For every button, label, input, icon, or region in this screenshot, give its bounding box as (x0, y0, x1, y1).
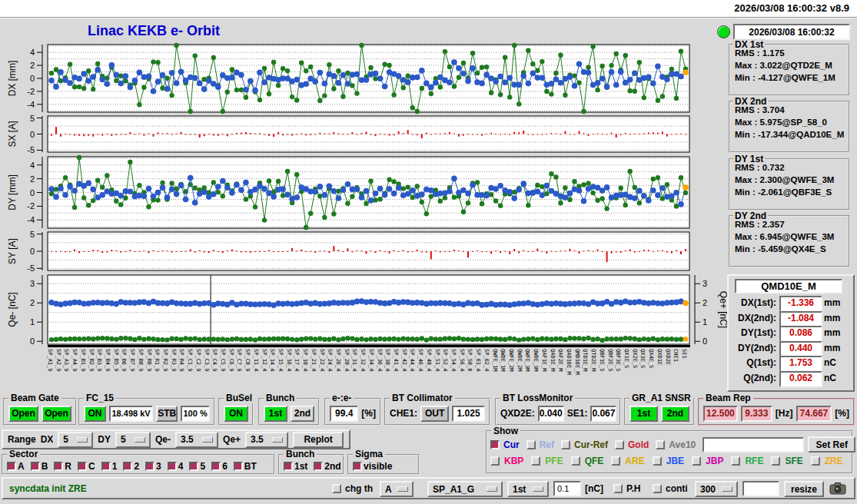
stat-value: 2.300@QWFE_3M (760, 175, 835, 184)
sector-checkbox-4[interactable] (168, 462, 177, 471)
stat-value: 5.975@SP_58_0 (760, 118, 827, 127)
sp-value: SP_A1_G (433, 484, 474, 495)
show-label: Cur-Ref (574, 439, 608, 450)
bpm-x-label: SP_26_4 (335, 349, 341, 372)
bpm-x-label: QWFE_2M (508, 349, 514, 372)
range-label: Range (8, 434, 36, 445)
sp-select[interactable]: SP_A1_G (427, 481, 503, 497)
bpm-x-label: SP_C1_9 (187, 349, 193, 372)
chart-q[interactable]: 0123Qe- [nC]0123Qe+ [nC] (0, 269, 726, 350)
bpm-x-label: SP_A4_9 (71, 349, 78, 372)
sector-checkbox-2[interactable] (123, 462, 132, 471)
gr-a1-2nd-button[interactable]: 2nd (661, 406, 689, 422)
show-checkbox-gold[interactable] (615, 440, 624, 449)
stat-value: -4.127@QWFE_1M (758, 73, 835, 82)
replot-button[interactable]: Replot (293, 432, 344, 448)
sector-checkbox-a[interactable] (7, 462, 16, 471)
resize-button[interactable]: resize (784, 481, 824, 497)
bpm-x-label: SP_17_4 (294, 349, 300, 372)
beam-gate-group: Beam Gate Open Open (3, 398, 77, 426)
navg-select[interactable]: 300 (695, 481, 738, 497)
show-checkbox-cur-ref[interactable] (561, 440, 570, 449)
bunch-2nd-button[interactable]: 2nd (291, 406, 314, 422)
status-bar: syncdata init ZRE chg th A SP_A1_G 1st [… (2, 477, 855, 499)
sector-checkbox-bt[interactable] (234, 462, 243, 471)
sector-checkbox-r[interactable] (54, 462, 63, 471)
sigma-checkbox-visible[interactable] (353, 462, 362, 471)
show-checkbox-are[interactable] (611, 456, 620, 466)
sector-checkbox-b[interactable] (31, 462, 40, 471)
show-checkbox-pfe[interactable] (531, 456, 540, 466)
ref-name-input[interactable] (703, 437, 804, 453)
show-checkbox-rfe[interactable] (731, 456, 740, 466)
show-checkbox-qfe[interactable] (571, 456, 580, 466)
selected-bpm-name: QMD10E_M (735, 279, 842, 293)
range-dx-select[interactable]: 5 (58, 432, 93, 448)
svg-text:2: 2 (703, 298, 707, 307)
beam-rep-title: Beam Rep (703, 393, 753, 403)
bunch-select-label: 2nd (324, 461, 340, 472)
show-checkbox-jbe[interactable] (653, 456, 662, 466)
beam-gate-open2-button[interactable]: Open (42, 406, 71, 422)
sector-checkbox-1[interactable] (101, 462, 111, 471)
show-checkbox-jbp[interactable] (692, 456, 701, 466)
fc15-stb-button[interactable]: STB (156, 406, 178, 422)
sector-checkbox-5[interactable] (189, 462, 198, 471)
threshold-input[interactable] (553, 481, 581, 496)
range-qem-select[interactable]: 3.5 (175, 432, 218, 448)
chg-th-checkbox[interactable] (332, 484, 341, 493)
mode-select[interactable]: A (380, 481, 414, 497)
bpm-x-label: SP_C8_9 (244, 349, 251, 372)
show-checkbox-kbp[interactable] (490, 456, 500, 466)
ph-checkbox[interactable] (613, 484, 623, 493)
bpm-x-label: SP_A2_9 (55, 349, 61, 372)
fc15-on-button[interactable]: ON (84, 406, 106, 422)
stat-value: -17.344@QAD10E_M (758, 130, 844, 139)
ee-ratio-unit: [%] (361, 408, 376, 419)
svg-text:5: 5 (30, 114, 35, 123)
sector-checkbox-3[interactable] (145, 462, 154, 471)
stat-line: Max : 3.022@QTD2E_M (730, 61, 849, 70)
sector-checkbox-c[interactable] (78, 462, 87, 471)
bpm-x-label: SP_R0_9 (146, 349, 152, 372)
show-label: QFE (585, 456, 604, 466)
beam-gate-open1-button[interactable]: Open (8, 406, 38, 422)
range-qep-select[interactable]: 3.5 (245, 432, 288, 448)
che1-out-button[interactable]: OUT (420, 406, 449, 422)
chart-dy[interactable]: 420-2-4DY [mm] (0, 151, 726, 234)
bunch-status-select[interactable]: 1st (507, 481, 549, 497)
bunch-1st-button[interactable]: 1st (264, 406, 287, 422)
bpm-x-label: QAF2E_M (557, 349, 563, 372)
chart-dx[interactable]: 420-2-4DX [mm] (0, 38, 726, 118)
bpm-row-value: 0.440 (779, 341, 822, 357)
show-checkbox-ref[interactable] (526, 440, 536, 449)
show-label: Ref (540, 439, 554, 450)
bunch-select-checkbox-1st[interactable] (284, 462, 293, 471)
stat-line: Max : 2.300@QWFE_3M (730, 175, 849, 184)
svg-text:1: 1 (30, 317, 35, 327)
extra-input[interactable] (742, 481, 779, 496)
bpm-row-unit: mm (824, 313, 840, 323)
sigma-group: Sigma visible (347, 454, 420, 475)
bpm-x-label: SP_11_4 (253, 349, 259, 372)
camera-icon[interactable] (829, 482, 847, 496)
bpm-x-label: QAD1E_M (550, 349, 556, 372)
range-dy-select[interactable]: 5 (115, 432, 151, 448)
set-ref-button[interactable]: Set Ref (808, 436, 855, 453)
show-checkbox-sfe[interactable] (771, 456, 780, 466)
show-label: Gold (628, 439, 649, 450)
show-checkbox-zre[interactable] (811, 456, 820, 466)
show-label: JBE (666, 456, 684, 466)
show-checkbox-cur[interactable] (490, 440, 500, 449)
show-label: Ave10 (669, 439, 696, 450)
sector-checkbox-6[interactable] (211, 462, 221, 471)
conti-checkbox[interactable] (653, 484, 662, 493)
bpm-x-label: SP_46_4 (417, 349, 424, 372)
bpm-x-label: SP_14_4 (269, 349, 275, 372)
gr-a1-1st-button[interactable]: 1st (629, 406, 658, 422)
busel-on-button[interactable]: ON (224, 406, 248, 422)
bpm-x-label: SP_31_4 (351, 349, 357, 372)
show-checkbox-ave10[interactable] (656, 440, 665, 449)
bunch-select-checkbox-2nd[interactable] (314, 462, 323, 471)
bpm-x-label: QWFE_1M (492, 349, 498, 372)
